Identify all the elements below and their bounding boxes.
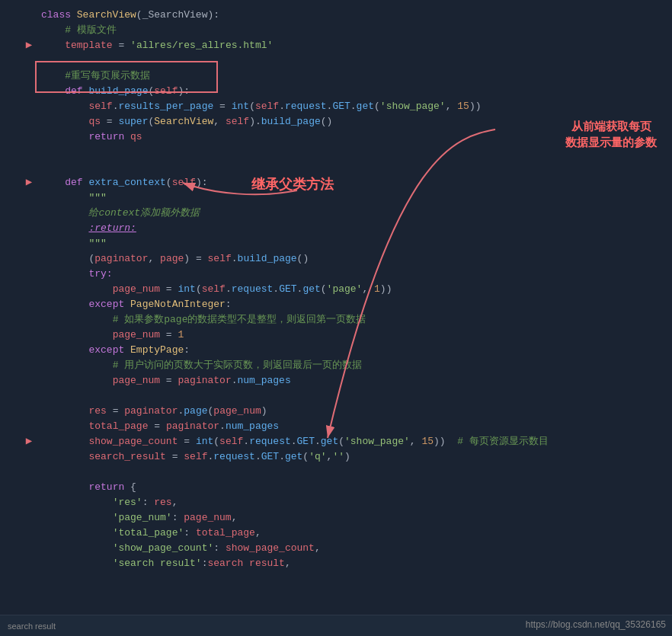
line-content-4 xyxy=(35,53,669,69)
line-content-17: (paginator, page) = self.build_page() xyxy=(35,251,669,267)
line-content-26 xyxy=(35,388,669,404)
line-content-7: self.results_per_page = int(self.request… xyxy=(35,99,669,114)
code-line-37: 'search result':search result, xyxy=(0,556,672,571)
arrow-12: ▶ xyxy=(23,175,35,188)
code-line-11 xyxy=(0,160,672,175)
code-line-27: res = paginator.page(page_num) xyxy=(0,404,672,419)
code-line-19: page_num = int(self.request.GET.get('pag… xyxy=(0,282,672,297)
line-content-5: #重写每页展示数据 xyxy=(35,69,669,84)
code-line-25: page_num = paginator.num_pages xyxy=(0,373,672,388)
code-line-10 xyxy=(0,145,672,160)
line-content-9: return qs xyxy=(35,129,669,145)
code-line-5: #重写每页展示数据 xyxy=(0,69,672,84)
code-line-14: 给context添加额外数据 xyxy=(0,206,672,221)
code-line-15: :return: xyxy=(0,221,672,236)
code-line-33: 'res': res, xyxy=(0,495,672,510)
code-line-34: 'page_num': page_num, xyxy=(0,510,672,526)
line-content-15: :return: xyxy=(35,221,669,236)
code-line-21: # 如果参数page的数据类型不是整型，则返回第一页数据 xyxy=(0,312,672,328)
line-content-28: total_page = paginator.num_pages xyxy=(35,419,669,434)
line-content-14: 给context添加额外数据 xyxy=(35,206,669,221)
line-content-3: template = 'allres/res_allres.html' xyxy=(35,38,669,53)
line-content-33: 'res': res, xyxy=(35,495,669,510)
line-content-34: 'page_num': page_num, xyxy=(35,510,669,526)
line-content-13: """ xyxy=(35,190,669,206)
line-content-19: page_num = int(self.request.GET.get('pag… xyxy=(35,282,669,297)
code-line-17: (paginator, page) = self.build_page() xyxy=(0,251,672,267)
line-content-29: show_page_count = int(self.request.GET.g… xyxy=(35,434,669,449)
line-content-27: res = paginator.page(page_num) xyxy=(35,404,669,419)
line-content-23: except EmptyPage: xyxy=(35,343,669,358)
code-line-23: except EmptyPage: xyxy=(0,343,672,358)
line-content-20: except PageNotAnInteger: xyxy=(35,297,669,312)
code-line-13: """ xyxy=(0,190,672,206)
code-line-9: return qs xyxy=(0,129,672,145)
line-content-36: 'show_page_count': show_page_count, xyxy=(35,541,669,556)
code-line-24: # 用户访问的页数大于实际页数，则返回最后一页的数据 xyxy=(0,358,672,373)
code-line-28: total_page = paginator.num_pages xyxy=(0,419,672,434)
code-line-7: self.results_per_page = int(self.request… xyxy=(0,99,672,114)
line-content-10 xyxy=(35,145,669,160)
code-line-31 xyxy=(0,465,672,480)
line-content-30: search_result = self.request.GET.get('q'… xyxy=(35,449,669,465)
code-line-8: qs = super(SearchView, self).build_page(… xyxy=(0,114,672,129)
watermark-text: https://blog.csdn.net/qq_35326165 xyxy=(526,619,666,630)
line-content-2: # 模版文件 xyxy=(35,23,669,38)
line-content-16: """ xyxy=(35,236,669,251)
line-content-24: # 用户访问的页数大于实际页数，则返回最后一页的数据 xyxy=(35,358,669,373)
bottom-status-text: search result xyxy=(8,622,56,631)
code-line-32: return { xyxy=(0,480,672,495)
line-content-18: try: xyxy=(35,267,669,282)
line-content-22: page_num = 1 xyxy=(35,328,669,343)
code-line-12: ▶ def extra_context(self): xyxy=(0,175,672,190)
line-content-31 xyxy=(35,465,669,480)
line-content-21: # 如果参数page的数据类型不是整型，则返回第一页数据 xyxy=(35,312,669,328)
code-line-16: """ xyxy=(0,236,672,251)
code-line-20: except PageNotAnInteger: xyxy=(0,297,672,312)
line-content-8: qs = super(SearchView, self).build_page(… xyxy=(35,114,669,129)
code-line-18: try: xyxy=(0,267,672,282)
code-line-30: search_result = self.request.GET.get('q'… xyxy=(0,449,672,465)
code-line-35: 'total_page': total_page, xyxy=(0,526,672,541)
line-content-1: class SearchView(_SearchView): xyxy=(35,8,669,23)
line-content-25: page_num = paginator.num_pages xyxy=(35,373,669,388)
code-line-3: ▶ template = 'allres/res_allres.html' xyxy=(0,38,672,53)
code-line-29: ▶ show_page_count = int(self.request.GET… xyxy=(0,434,672,449)
code-line-1: class SearchView(_SearchView): xyxy=(0,8,672,23)
line-content-12: def extra_context(self): xyxy=(35,175,669,190)
line-content-37: 'search result':search result, xyxy=(35,556,669,571)
line-content-32: return { xyxy=(35,480,669,495)
code-line-26 xyxy=(0,388,672,404)
line-content-6: def build_page(self): xyxy=(35,84,669,99)
arrow-29: ▶ xyxy=(23,434,35,447)
code-line-2: # 模版文件 xyxy=(0,23,672,38)
line-content-35: 'total_page': total_page, xyxy=(35,526,669,541)
arrow-3: ▶ xyxy=(23,38,35,51)
code-line-36: 'show_page_count': show_page_count, xyxy=(0,541,672,556)
line-content-11 xyxy=(35,160,669,175)
code-editor: class SearchView(_SearchView): # 模版文件 ▶ … xyxy=(0,0,672,636)
code-line-6: def build_page(self): xyxy=(0,84,672,99)
code-line-4 xyxy=(0,53,672,69)
code-line-22: page_num = 1 xyxy=(0,328,672,343)
